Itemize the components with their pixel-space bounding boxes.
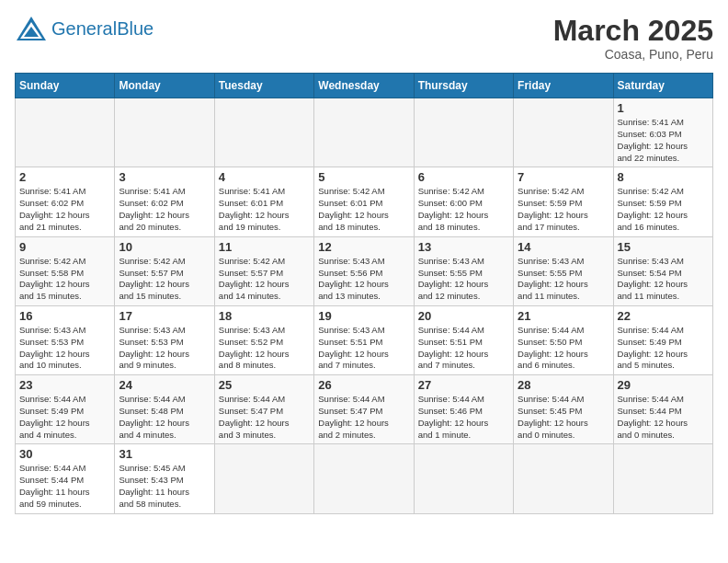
day-number: 9 (19, 240, 110, 254)
day-info: Sunrise: 5:44 AM Sunset: 5:44 PM Dayligh… (19, 463, 110, 510)
day-number: 10 (119, 240, 210, 254)
logo-icon (15, 15, 48, 42)
weekday-header-tuesday: Tuesday (214, 74, 313, 98)
day-info: Sunrise: 5:44 AM Sunset: 5:47 PM Dayligh… (318, 394, 409, 441)
calendar-cell: 11Sunrise: 5:42 AM Sunset: 5:57 PM Dayli… (214, 236, 313, 305)
calendar-cell (514, 444, 613, 513)
calendar-cell: 17Sunrise: 5:43 AM Sunset: 5:53 PM Dayli… (115, 305, 214, 374)
day-info: Sunrise: 5:43 AM Sunset: 5:54 PM Dayligh… (618, 256, 709, 303)
day-info: Sunrise: 5:44 AM Sunset: 5:46 PM Dayligh… (418, 394, 509, 441)
day-info: Sunrise: 5:44 AM Sunset: 5:50 PM Dayligh… (518, 325, 609, 372)
day-number: 26 (318, 378, 409, 392)
day-info: Sunrise: 5:42 AM Sunset: 5:59 PM Dayligh… (618, 186, 709, 233)
calendar-cell: 15Sunrise: 5:43 AM Sunset: 5:54 PM Dayli… (613, 236, 712, 305)
calendar-cell: 12Sunrise: 5:43 AM Sunset: 5:56 PM Dayli… (314, 236, 414, 305)
day-number: 16 (19, 309, 110, 323)
title-block: March 2025 Coasa, Puno, Peru (553, 15, 713, 62)
day-number: 17 (119, 309, 210, 323)
day-info: Sunrise: 5:45 AM Sunset: 5:43 PM Dayligh… (119, 463, 210, 510)
calendar: SundayMondayTuesdayWednesdayThursdayFrid… (15, 73, 713, 514)
calendar-cell: 28Sunrise: 5:44 AM Sunset: 5:45 PM Dayli… (514, 375, 613, 444)
day-info: Sunrise: 5:44 AM Sunset: 5:49 PM Dayligh… (618, 325, 709, 372)
calendar-cell: 27Sunrise: 5:44 AM Sunset: 5:46 PM Dayli… (414, 375, 513, 444)
day-info: Sunrise: 5:44 AM Sunset: 5:45 PM Dayligh… (518, 394, 609, 441)
day-info: Sunrise: 5:42 AM Sunset: 5:58 PM Dayligh… (19, 256, 110, 303)
weekday-header-row: SundayMondayTuesdayWednesdayThursdayFrid… (16, 74, 713, 98)
calendar-week-3: 9Sunrise: 5:42 AM Sunset: 5:58 PM Daylig… (16, 236, 713, 305)
calendar-cell (514, 98, 613, 167)
day-number: 18 (219, 309, 310, 323)
calendar-cell: 8Sunrise: 5:42 AM Sunset: 5:59 PM Daylig… (613, 167, 712, 236)
calendar-cell (613, 444, 712, 513)
day-info: Sunrise: 5:44 AM Sunset: 5:47 PM Dayligh… (219, 394, 310, 441)
calendar-cell (214, 98, 313, 167)
day-number: 24 (119, 378, 210, 392)
calendar-cell: 30Sunrise: 5:44 AM Sunset: 5:44 PM Dayli… (16, 444, 115, 513)
day-number: 21 (518, 309, 609, 323)
calendar-cell: 10Sunrise: 5:42 AM Sunset: 5:57 PM Dayli… (115, 236, 214, 305)
day-number: 4 (219, 170, 310, 184)
day-info: Sunrise: 5:43 AM Sunset: 5:53 PM Dayligh… (19, 325, 110, 372)
day-info: Sunrise: 5:44 AM Sunset: 5:49 PM Dayligh… (19, 394, 110, 441)
calendar-week-5: 23Sunrise: 5:44 AM Sunset: 5:49 PM Dayli… (16, 375, 713, 444)
day-number: 8 (618, 170, 709, 184)
weekday-header-thursday: Thursday (414, 74, 513, 98)
weekday-header-friday: Friday (514, 74, 613, 98)
day-info: Sunrise: 5:41 AM Sunset: 6:03 PM Dayligh… (618, 117, 709, 164)
calendar-cell: 31Sunrise: 5:45 AM Sunset: 5:43 PM Dayli… (115, 444, 214, 513)
day-number: 30 (19, 447, 110, 461)
logo: GeneralBlue (15, 15, 154, 42)
calendar-cell: 6Sunrise: 5:42 AM Sunset: 6:00 PM Daylig… (414, 167, 513, 236)
weekday-header-monday: Monday (115, 74, 214, 98)
day-number: 1 (618, 101, 709, 115)
calendar-cell (314, 98, 414, 167)
calendar-cell: 26Sunrise: 5:44 AM Sunset: 5:47 PM Dayli… (314, 375, 414, 444)
day-info: Sunrise: 5:43 AM Sunset: 5:56 PM Dayligh… (318, 256, 409, 303)
calendar-cell: 24Sunrise: 5:44 AM Sunset: 5:48 PM Dayli… (115, 375, 214, 444)
day-info: Sunrise: 5:43 AM Sunset: 5:52 PM Dayligh… (219, 325, 310, 372)
weekday-header-saturday: Saturday (613, 74, 712, 98)
day-info: Sunrise: 5:41 AM Sunset: 6:02 PM Dayligh… (19, 186, 110, 233)
day-info: Sunrise: 5:41 AM Sunset: 6:02 PM Dayligh… (119, 186, 210, 233)
calendar-cell: 29Sunrise: 5:44 AM Sunset: 5:44 PM Dayli… (613, 375, 712, 444)
day-number: 12 (318, 240, 409, 254)
calendar-cell: 9Sunrise: 5:42 AM Sunset: 5:58 PM Daylig… (16, 236, 115, 305)
day-number: 15 (618, 240, 709, 254)
weekday-header-sunday: Sunday (16, 74, 115, 98)
day-number: 11 (219, 240, 310, 254)
day-number: 23 (19, 378, 110, 392)
page-header: GeneralBlue March 2025 Coasa, Puno, Peru (15, 15, 713, 62)
calendar-cell: 1Sunrise: 5:41 AM Sunset: 6:03 PM Daylig… (613, 98, 712, 167)
day-number: 5 (318, 170, 409, 184)
day-number: 14 (518, 240, 609, 254)
day-info: Sunrise: 5:41 AM Sunset: 6:01 PM Dayligh… (219, 186, 310, 233)
day-number: 29 (618, 378, 709, 392)
calendar-cell: 2Sunrise: 5:41 AM Sunset: 6:02 PM Daylig… (16, 167, 115, 236)
day-number: 28 (518, 378, 609, 392)
weekday-header-wednesday: Wednesday (314, 74, 414, 98)
day-info: Sunrise: 5:44 AM Sunset: 5:44 PM Dayligh… (618, 394, 709, 441)
logo-text: GeneralBlue (51, 19, 154, 38)
calendar-cell (314, 444, 414, 513)
day-number: 2 (19, 170, 110, 184)
calendar-cell: 14Sunrise: 5:43 AM Sunset: 5:55 PM Dayli… (514, 236, 613, 305)
day-number: 6 (418, 170, 509, 184)
day-number: 7 (518, 170, 609, 184)
calendar-cell: 13Sunrise: 5:43 AM Sunset: 5:55 PM Dayli… (414, 236, 513, 305)
calendar-cell (214, 444, 313, 513)
day-info: Sunrise: 5:42 AM Sunset: 6:01 PM Dayligh… (318, 186, 409, 233)
day-number: 25 (219, 378, 310, 392)
day-info: Sunrise: 5:43 AM Sunset: 5:55 PM Dayligh… (418, 256, 509, 303)
day-number: 19 (318, 309, 409, 323)
calendar-cell (414, 444, 513, 513)
day-info: Sunrise: 5:43 AM Sunset: 5:53 PM Dayligh… (119, 325, 210, 372)
day-info: Sunrise: 5:42 AM Sunset: 6:00 PM Dayligh… (418, 186, 509, 233)
calendar-cell: 20Sunrise: 5:44 AM Sunset: 5:51 PM Dayli… (414, 305, 513, 374)
calendar-cell: 5Sunrise: 5:42 AM Sunset: 6:01 PM Daylig… (314, 167, 414, 236)
day-info: Sunrise: 5:44 AM Sunset: 5:48 PM Dayligh… (119, 394, 210, 441)
day-info: Sunrise: 5:42 AM Sunset: 5:57 PM Dayligh… (119, 256, 210, 303)
calendar-week-4: 16Sunrise: 5:43 AM Sunset: 5:53 PM Dayli… (16, 305, 713, 374)
location: Coasa, Puno, Peru (553, 47, 713, 62)
month-title: March 2025 (553, 15, 713, 47)
day-info: Sunrise: 5:43 AM Sunset: 5:51 PM Dayligh… (318, 325, 409, 372)
